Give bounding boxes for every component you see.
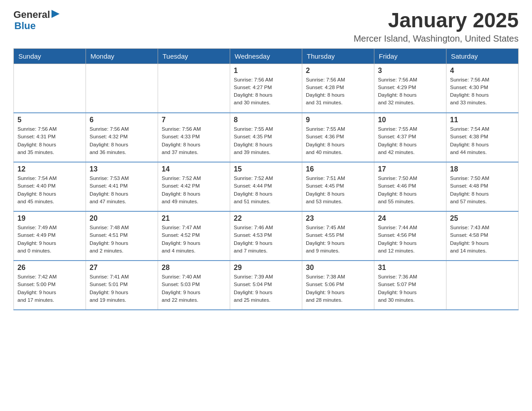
logo-blue: Blue	[14, 20, 36, 31]
day-number: 17	[378, 165, 442, 173]
day-number: 24	[378, 214, 442, 223]
day-cell: 30Sunrise: 7:38 AM Sunset: 5:06 PM Dayli…	[302, 261, 374, 310]
day-number: 21	[162, 214, 226, 223]
day-cell: 7Sunrise: 7:56 AM Sunset: 4:33 PM Daylig…	[158, 113, 230, 162]
day-cell: 3Sunrise: 7:56 AM Sunset: 4:29 PM Daylig…	[374, 64, 446, 113]
day-info: Sunrise: 7:42 AM Sunset: 5:00 PM Dayligh…	[17, 273, 82, 304]
header-thursday: Thursday	[302, 48, 374, 64]
day-info: Sunrise: 7:39 AM Sunset: 5:04 PM Dayligh…	[234, 273, 298, 304]
day-info: Sunrise: 7:56 AM Sunset: 4:30 PM Dayligh…	[450, 76, 515, 107]
day-cell: 6Sunrise: 7:56 AM Sunset: 4:32 PM Daylig…	[86, 113, 158, 162]
day-number: 10	[378, 116, 442, 124]
day-cell: 18Sunrise: 7:50 AM Sunset: 4:48 PM Dayli…	[446, 162, 519, 211]
header-monday: Monday	[86, 48, 158, 64]
day-cell: 17Sunrise: 7:50 AM Sunset: 4:46 PM Dayli…	[374, 162, 446, 211]
day-number: 4	[450, 67, 515, 75]
day-cell: 12Sunrise: 7:54 AM Sunset: 4:40 PM Dayli…	[14, 162, 86, 211]
day-cell: 23Sunrise: 7:45 AM Sunset: 4:55 PM Dayli…	[302, 211, 374, 261]
day-number: 20	[90, 214, 154, 223]
day-cell: 8Sunrise: 7:55 AM Sunset: 4:35 PM Daylig…	[230, 113, 302, 162]
day-cell: 22Sunrise: 7:46 AM Sunset: 4:53 PM Dayli…	[230, 211, 302, 261]
day-cell: 31Sunrise: 7:36 AM Sunset: 5:07 PM Dayli…	[374, 261, 446, 310]
day-number: 14	[162, 165, 226, 173]
day-number: 6	[90, 116, 154, 124]
day-number: 22	[234, 214, 298, 223]
week-row-3: 12Sunrise: 7:54 AM Sunset: 4:40 PM Dayli…	[14, 162, 519, 211]
day-number: 8	[234, 116, 298, 124]
day-number: 11	[450, 116, 515, 124]
location: Mercer Island, Washington, United States	[354, 34, 519, 44]
day-number: 2	[306, 67, 370, 75]
day-cell: 27Sunrise: 7:41 AM Sunset: 5:01 PM Dayli…	[86, 261, 158, 310]
week-row-2: 5Sunrise: 7:56 AM Sunset: 4:31 PM Daylig…	[14, 113, 519, 162]
day-number: 26	[17, 264, 82, 272]
header-friday: Friday	[374, 48, 446, 64]
day-number: 13	[90, 165, 154, 173]
page-header: General Blue January 2025 Mercer Island,…	[13, 9, 519, 44]
day-info: Sunrise: 7:38 AM Sunset: 5:06 PM Dayligh…	[306, 273, 370, 304]
day-number: 7	[162, 116, 226, 124]
day-info: Sunrise: 7:51 AM Sunset: 4:45 PM Dayligh…	[306, 175, 370, 206]
day-info: Sunrise: 7:54 AM Sunset: 4:38 PM Dayligh…	[450, 125, 515, 156]
day-number: 3	[378, 67, 442, 75]
day-number: 28	[162, 264, 226, 272]
day-cell: 10Sunrise: 7:55 AM Sunset: 4:37 PM Dayli…	[374, 113, 446, 162]
day-info: Sunrise: 7:55 AM Sunset: 4:35 PM Dayligh…	[234, 125, 298, 156]
day-cell: 26Sunrise: 7:42 AM Sunset: 5:00 PM Dayli…	[14, 261, 86, 310]
day-cell	[14, 64, 86, 113]
day-cell: 5Sunrise: 7:56 AM Sunset: 4:31 PM Daylig…	[14, 113, 86, 162]
day-cell: 15Sunrise: 7:52 AM Sunset: 4:44 PM Dayli…	[230, 162, 302, 211]
day-info: Sunrise: 7:47 AM Sunset: 4:52 PM Dayligh…	[162, 224, 226, 255]
day-info: Sunrise: 7:50 AM Sunset: 4:46 PM Dayligh…	[378, 175, 442, 206]
day-info: Sunrise: 7:56 AM Sunset: 4:32 PM Dayligh…	[90, 125, 154, 156]
day-info: Sunrise: 7:46 AM Sunset: 4:53 PM Dayligh…	[234, 224, 298, 255]
day-info: Sunrise: 7:56 AM Sunset: 4:28 PM Dayligh…	[306, 76, 370, 107]
day-cell	[446, 261, 519, 310]
day-cell: 11Sunrise: 7:54 AM Sunset: 4:38 PM Dayli…	[446, 113, 519, 162]
day-number: 25	[450, 214, 515, 223]
day-cell	[158, 64, 230, 113]
day-cell: 24Sunrise: 7:44 AM Sunset: 4:56 PM Dayli…	[374, 211, 446, 261]
days-header-row: SundayMondayTuesdayWednesdayThursdayFrid…	[14, 48, 519, 64]
day-info: Sunrise: 7:54 AM Sunset: 4:40 PM Dayligh…	[17, 175, 82, 206]
day-cell: 4Sunrise: 7:56 AM Sunset: 4:30 PM Daylig…	[446, 64, 519, 113]
day-cell: 25Sunrise: 7:43 AM Sunset: 4:58 PM Dayli…	[446, 211, 519, 261]
day-info: Sunrise: 7:52 AM Sunset: 4:42 PM Dayligh…	[162, 175, 226, 206]
day-number: 29	[234, 264, 298, 272]
day-info: Sunrise: 7:41 AM Sunset: 5:01 PM Dayligh…	[90, 273, 154, 304]
week-row-4: 19Sunrise: 7:49 AM Sunset: 4:49 PM Dayli…	[14, 211, 519, 261]
day-number: 23	[306, 214, 370, 223]
day-info: Sunrise: 7:40 AM Sunset: 5:03 PM Dayligh…	[162, 273, 226, 304]
day-number: 9	[306, 116, 370, 124]
svg-marker-0	[51, 10, 60, 18]
day-cell	[86, 64, 158, 113]
day-number: 18	[450, 165, 515, 173]
day-info: Sunrise: 7:55 AM Sunset: 4:36 PM Dayligh…	[306, 125, 370, 156]
day-number: 12	[17, 165, 82, 173]
day-cell: 28Sunrise: 7:40 AM Sunset: 5:03 PM Dayli…	[158, 261, 230, 310]
header-wednesday: Wednesday	[230, 48, 302, 64]
day-info: Sunrise: 7:48 AM Sunset: 4:51 PM Dayligh…	[90, 224, 154, 255]
day-number: 19	[17, 214, 82, 223]
day-number: 16	[306, 165, 370, 173]
logo: General Blue	[13, 9, 60, 32]
logo-general: General	[13, 9, 50, 20]
day-cell: 13Sunrise: 7:53 AM Sunset: 4:41 PM Dayli…	[86, 162, 158, 211]
day-cell: 1Sunrise: 7:56 AM Sunset: 4:27 PM Daylig…	[230, 64, 302, 113]
day-cell: 20Sunrise: 7:48 AM Sunset: 4:51 PM Dayli…	[86, 211, 158, 261]
calendar-table: SundayMondayTuesdayWednesdayThursdayFrid…	[13, 48, 519, 311]
logo-arrow-icon	[51, 10, 60, 18]
day-cell: 2Sunrise: 7:56 AM Sunset: 4:28 PM Daylig…	[302, 64, 374, 113]
day-info: Sunrise: 7:36 AM Sunset: 5:07 PM Dayligh…	[378, 273, 442, 304]
day-info: Sunrise: 7:56 AM Sunset: 4:27 PM Dayligh…	[234, 76, 298, 107]
day-number: 30	[306, 264, 370, 272]
day-info: Sunrise: 7:43 AM Sunset: 4:58 PM Dayligh…	[450, 224, 515, 255]
day-number: 31	[378, 264, 442, 272]
day-number: 27	[90, 264, 154, 272]
day-cell: 16Sunrise: 7:51 AM Sunset: 4:45 PM Dayli…	[302, 162, 374, 211]
day-info: Sunrise: 7:44 AM Sunset: 4:56 PM Dayligh…	[378, 224, 442, 255]
day-info: Sunrise: 7:52 AM Sunset: 4:44 PM Dayligh…	[234, 175, 298, 206]
day-info: Sunrise: 7:49 AM Sunset: 4:49 PM Dayligh…	[17, 224, 82, 255]
day-info: Sunrise: 7:56 AM Sunset: 4:31 PM Dayligh…	[17, 125, 82, 156]
day-number: 15	[234, 165, 298, 173]
